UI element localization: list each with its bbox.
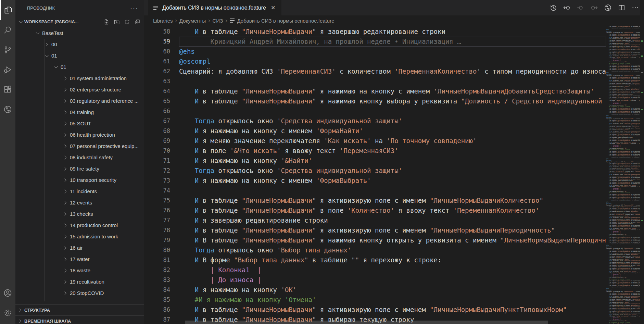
tree-item-00[interactable]: 00	[15, 39, 144, 50]
tree-item-17-water[interactable]: 17 water	[15, 253, 144, 265]
code-text[interactable]: И в таблице "ЛичныеНормыВыдачи" я нажима…	[179, 96, 606, 106]
previous-change-icon[interactable]	[563, 4, 571, 12]
tree-item-15-admission-to-work[interactable]: 15 admission to work	[15, 231, 144, 242]
line-number[interactable]: 84	[144, 285, 170, 295]
section-временная-шкала[interactable]: ВРЕМЕННАЯ ШКАЛА	[15, 315, 144, 324]
tree-item-04-training[interactable]: 04 training	[15, 107, 144, 118]
breadcrumb-item[interactable]: Добавить СИЗ в нормы основное.feature	[230, 17, 334, 24]
timeline-history-icon[interactable]	[549, 4, 557, 12]
line-number[interactable]: 70	[144, 146, 170, 156]
workspace-section-header[interactable]: WORKSPACE (РАБОЧА...	[15, 16, 144, 27]
tree-item-05-sout[interactable]: 05 SOUT	[15, 118, 144, 129]
section-структура[interactable]: СТРУКТУРА	[15, 304, 144, 315]
open-changes-icon[interactable]	[604, 4, 612, 12]
code-text[interactable]: И В таблице "ЛичныеНормыВыдачи" я нажима…	[179, 235, 606, 245]
code-text[interactable]: И я нажимаю на кнопку 'ОК'	[179, 285, 606, 295]
code-text[interactable]: @ehs	[179, 47, 606, 57]
line-number[interactable]: 81	[144, 255, 170, 265]
code-text[interactable]: И в таблице "ЛичныеНормыВыдачи" я активи…	[179, 305, 606, 315]
activity-extensions-icon[interactable]	[0, 79, 15, 99]
line-number[interactable]: 59	[144, 37, 170, 47]
activity-source-control-icon[interactable]	[0, 40, 15, 60]
tree-item-16-air[interactable]: 16 air	[15, 242, 144, 253]
tree-item-20-stopcovid[interactable]: 20 StopCOVID	[15, 287, 144, 299]
next-change-icon[interactable]	[590, 4, 598, 12]
breadcrumb-item[interactable]: Libraries	[153, 18, 173, 24]
line-number[interactable]: 66	[144, 106, 170, 116]
activity-manage-settings-icon[interactable]	[0, 303, 15, 323]
tab-feature-file[interactable]: Добавить СИЗ в нормы основное.feature ✕	[148, 0, 281, 15]
line-number[interactable]: 69	[144, 136, 170, 146]
line-number[interactable]: 82	[144, 265, 170, 275]
split-editor-icon[interactable]	[618, 4, 626, 12]
line-number[interactable]: 71	[144, 156, 170, 166]
current-change-icon[interactable]	[577, 4, 584, 12]
line-number[interactable]: 64	[144, 86, 170, 96]
overview-ruler[interactable]	[640, 0, 644, 324]
blame-annotation[interactable]: Кривицкий Андрей Михайлович, на прошлой …	[179, 37, 606, 47]
tree-item-13-checks[interactable]: 13 checks	[15, 208, 144, 220]
line-number[interactable]: 68	[144, 126, 170, 136]
tree-item-01[interactable]: 01	[15, 50, 144, 61]
code-text[interactable]: И я нажимаю на кнопку с именем 'ФормаНай…	[179, 126, 606, 136]
code-text[interactable]: И в поле '&Что искать' я ввожу текст 'Пе…	[179, 146, 606, 156]
tree-item-10-transport-security[interactable]: 10 transport security	[15, 174, 144, 186]
line-number[interactable]: 65	[144, 96, 170, 106]
code-text[interactable]: @oscompl	[179, 57, 606, 66]
tree-item-03-regulatory-and-reference[interactable]: 03 regulatory and reference ...	[15, 95, 144, 107]
close-icon[interactable]: ✕	[269, 4, 277, 12]
code-text[interactable]: И в таблице "ЛичныеНормыВыдачи" я активи…	[179, 225, 606, 235]
line-number[interactable]: 86	[144, 305, 170, 315]
code-text[interactable]: И в таблице "ЛичныеНормыВыдачи" я активи…	[179, 196, 606, 205]
line-number[interactable]: 58	[144, 27, 170, 37]
explorer-more-actions-icon[interactable]: ···	[130, 4, 138, 12]
code-text[interactable]: Тогда открылось окно 'Средства индивидуа…	[179, 116, 606, 126]
collapse-all-icon[interactable]	[134, 19, 140, 25]
code-text[interactable]: | До износа |	[179, 275, 606, 285]
line-number[interactable]: 83	[144, 275, 170, 285]
code-text[interactable]: | Колонка1 |	[179, 265, 606, 275]
line-number[interactable]: 72	[144, 166, 170, 176]
line-number[interactable]: 60	[144, 47, 170, 57]
activity-explorer-icon[interactable]	[0, 0, 15, 20]
tree-item-19-recultivation[interactable]: 19 recultivation	[15, 276, 144, 287]
line-number[interactable]: 73	[144, 176, 170, 186]
minimap[interactable]: И в таблице "ЛичныеНормыВыдачи" я заверш…	[606, 26, 640, 324]
tree-item-14-production-control[interactable]: 14 production control	[15, 220, 144, 231]
line-number[interactable]: 80	[144, 245, 170, 255]
line-number[interactable]: 78	[144, 225, 170, 235]
tree-item-01[interactable]: 01	[15, 61, 144, 73]
code-text[interactable]: И в таблице "ЛичныеНормыВыдачи" я нажима…	[179, 86, 606, 96]
line-number[interactable]: 76	[144, 205, 170, 215]
line-number[interactable]: 62	[144, 66, 170, 76]
line-number[interactable]: 61	[144, 57, 170, 66]
code-text[interactable]: И я завершаю редактирование строки	[179, 215, 606, 225]
line-number[interactable]: 67	[144, 116, 170, 126]
code-text[interactable]: Тогда открылось окно 'Средства индивидуа…	[179, 166, 606, 176]
line-number[interactable]: 77	[144, 215, 170, 225]
new-file-icon[interactable]	[103, 19, 110, 25]
more-actions-icon[interactable]	[631, 4, 639, 12]
new-folder-icon[interactable]	[114, 19, 120, 25]
tree-item-01-system-administration[interactable]: 01 system administration	[15, 73, 144, 84]
breadcrumb-item[interactable]: Документы	[179, 18, 206, 24]
code-text[interactable]: Сценарий: я добавляю СИЗ 'ПеременнаяСИЗ'…	[179, 66, 606, 76]
tree-item-06-health-protection[interactable]: 06 health protection	[15, 129, 144, 140]
tree-item-07-personal-protective-equip[interactable]: 07 personal protective equip...	[15, 140, 144, 152]
code-text[interactable]: И В форме "Выбор типа данных" в таблице …	[179, 255, 606, 265]
line-number[interactable]: 85	[144, 295, 170, 305]
tree-item-08-industrial-safety[interactable]: 08 industrial safety	[15, 152, 144, 163]
code-text[interactable]: И я меняю значение переключателя 'Как ис…	[179, 136, 606, 146]
tree-item-18-waste[interactable]: 18 waste	[15, 265, 144, 276]
line-number[interactable]: 74	[144, 186, 170, 196]
tree-item-11-incidents[interactable]: 11 incidents	[15, 186, 144, 197]
code-editor[interactable]: 58 И в таблице "ЛичныеНормыВыдачи" я зав…	[144, 26, 606, 324]
horizontal-scrollbar[interactable]	[185, 321, 548, 324]
tree-item-12-events[interactable]: 12 events	[15, 197, 144, 208]
activity-test-explorer-icon[interactable]	[0, 99, 15, 119]
tree-item-02-enterprise-structure[interactable]: 02 enterprise structure	[15, 84, 144, 95]
code-text[interactable]: Тогда открылось окно 'Выбор типа данных'	[179, 245, 606, 255]
activity-accounts-icon[interactable]	[0, 283, 15, 303]
tree-item-basetest[interactable]: BaseTest	[15, 27, 144, 39]
activity-search-icon[interactable]	[0, 20, 15, 40]
